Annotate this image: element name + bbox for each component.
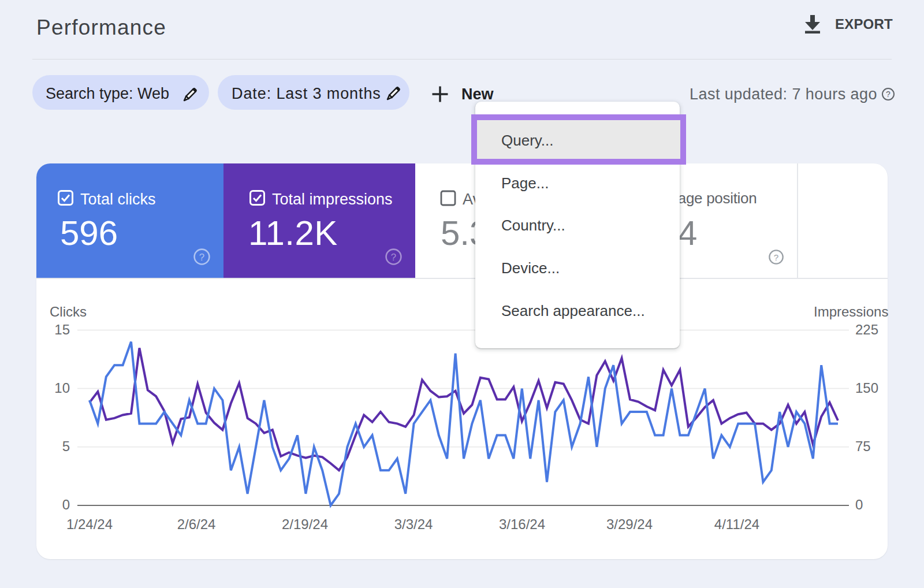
svg-text:?: ? — [199, 252, 204, 263]
svg-text:?: ? — [774, 252, 778, 262]
svg-text:?: ? — [391, 252, 396, 263]
